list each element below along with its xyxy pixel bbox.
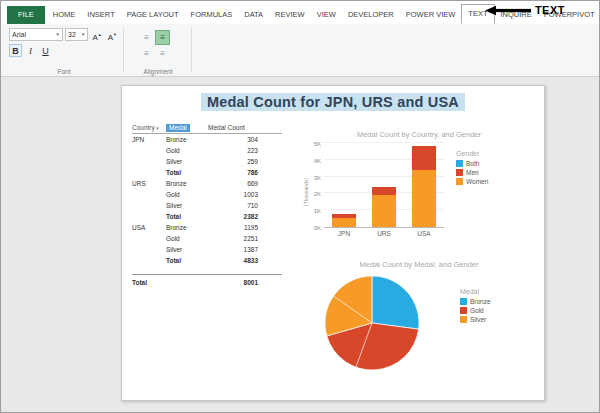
bar-segment-jpn-women[interactable]: [332, 218, 356, 227]
legend-swatch-icon: [456, 178, 463, 185]
align-top-icon[interactable]: ≡: [139, 30, 154, 45]
bar-legend-items: BothMenWomen: [456, 160, 488, 185]
bar-categories: JPNURSUSA: [324, 228, 444, 239]
legend-item-men[interactable]: Men: [456, 169, 488, 176]
italic-button[interactable]: I: [24, 44, 37, 57]
x-category-label: JPN: [338, 230, 350, 237]
worksheet-canvas: Medal Count for JPN, URS and USA Country…: [1, 77, 599, 413]
group-separator: [123, 28, 124, 72]
pie-chart[interactable]: Medal Count by Medal, and Gender Medal B…: [298, 260, 540, 400]
alignment-group-label: Alignment: [127, 68, 189, 75]
annotation-label: TEXT: [535, 4, 565, 16]
grand-total-label: Total: [132, 279, 166, 286]
table-total-row[interactable]: Total2382: [132, 211, 282, 222]
medal-table: Country ▾ Medal Medal Count JPNBronze304…: [132, 124, 282, 288]
bar-legend-title: Gender: [456, 150, 488, 157]
legend-swatch-icon: [456, 160, 463, 167]
font-size-combo[interactable]: 32 ▼: [65, 28, 88, 41]
y-tick-label: 5K: [314, 141, 321, 147]
table-cell: Bronze: [166, 180, 208, 187]
font-group-label: Font: [5, 68, 123, 75]
bar-plot: [324, 144, 444, 228]
tab-view[interactable]: VIEW: [311, 6, 342, 24]
table-row[interactable]: Silver1387: [132, 244, 282, 255]
legend-item-bronze[interactable]: Bronze: [460, 298, 491, 305]
table-row[interactable]: Gold1003: [132, 189, 282, 200]
y-tick-label: 2K: [314, 191, 321, 197]
pie-slice-bronze[interactable]: [372, 276, 419, 329]
table-cell: Silver: [166, 246, 208, 253]
bold-button[interactable]: B: [9, 44, 22, 57]
table-cell: 669: [208, 180, 272, 187]
tab-review[interactable]: REVIEW: [269, 6, 311, 24]
table-cell: 786: [208, 169, 272, 176]
legend-item-gold[interactable]: Gold: [460, 307, 491, 314]
table-row[interactable]: Gold223: [132, 145, 282, 156]
pie-legend-items: BronzeGoldSilver: [460, 298, 491, 323]
table-cell: Gold: [166, 235, 208, 242]
bar-segment-jpn-men[interactable]: [332, 214, 356, 218]
tab-page-layout[interactable]: PAGE LAYOUT: [121, 6, 185, 24]
tab-formulas[interactable]: FORMULAS: [185, 6, 239, 24]
table-row[interactable]: USABronze1195: [132, 222, 282, 233]
table-row[interactable]: URSBronze669: [132, 178, 282, 189]
table-row[interactable]: Gold2251: [132, 233, 282, 244]
table-row[interactable]: Silver710: [132, 200, 282, 211]
table-body: JPNBronze304Gold223Silver259Total786URSB…: [132, 134, 282, 266]
bar-chart-title: Medal Count by Country, and Gender: [298, 130, 540, 139]
y-tick-label: 3K: [314, 175, 321, 181]
left-arrow-icon: [485, 5, 531, 16]
align-bottom-icon[interactable]: ≡: [139, 46, 154, 61]
bar-segment-urs-women[interactable]: [372, 195, 396, 227]
table-cell: 2382: [208, 213, 272, 220]
ribbon: Arial ▼ 32 ▼ A▲ A▼ B I U Font ≡ ≡: [1, 24, 599, 77]
table-total-row[interactable]: Total4833: [132, 255, 282, 266]
table-cell: 259: [208, 158, 272, 165]
table-cell: Gold: [166, 147, 208, 154]
decrease-font-size-button[interactable]: A▼: [106, 28, 119, 41]
tab-developer[interactable]: DEVELOPER: [342, 6, 400, 24]
underline-button[interactable]: U: [39, 44, 52, 57]
legend-item-women[interactable]: Women: [456, 178, 488, 185]
legend-swatch-icon: [460, 307, 467, 314]
table-total-row[interactable]: Total786: [132, 167, 282, 178]
bar-chart[interactable]: Medal Count by Country, and Gender (Thou…: [298, 130, 540, 242]
table-cell: Silver: [166, 158, 208, 165]
column-header-country[interactable]: Country ▾: [132, 124, 166, 131]
table-cell: JPN: [132, 136, 166, 143]
legend-item-both[interactable]: Both: [456, 160, 488, 167]
bar-segment-urs-men[interactable]: [372, 187, 396, 195]
table-row[interactable]: JPNBronze304: [132, 134, 282, 145]
chevron-down-icon: ▼: [56, 32, 60, 37]
tab-home[interactable]: HOME: [47, 6, 82, 24]
legend-item-silver[interactable]: Silver: [460, 316, 491, 323]
report-title-text[interactable]: Medal Count for JPN, URS and USA: [201, 93, 465, 111]
table-cell: Bronze: [166, 136, 208, 143]
bar-segment-usa-women[interactable]: [412, 170, 436, 227]
tab-file[interactable]: FILE: [7, 6, 45, 24]
legend-label: Silver: [470, 316, 486, 323]
pie-legend-title: Medal: [460, 288, 491, 295]
table-row[interactable]: Silver259: [132, 156, 282, 167]
align-left-icon[interactable]: ≡: [155, 46, 170, 61]
column-header-medal-count[interactable]: Medal Count: [208, 124, 272, 131]
power-view-report: Medal Count for JPN, URS and USA Country…: [121, 85, 545, 401]
legend-swatch-icon: [460, 316, 467, 323]
table-cell: USA: [132, 224, 166, 231]
bar-segment-usa-men[interactable]: [412, 146, 436, 170]
table-cell: Gold: [166, 191, 208, 198]
y-tick-label: 0K: [314, 225, 321, 231]
increase-font-size-button[interactable]: A▲: [90, 28, 103, 41]
font-name-combo[interactable]: Arial ▼: [9, 28, 63, 41]
legend-label: Gold: [470, 307, 484, 314]
column-header-medal[interactable]: Medal: [166, 124, 208, 131]
align-middle-icon[interactable]: ≡: [155, 30, 170, 45]
filter-dropdown-icon[interactable]: ▾: [155, 125, 159, 131]
tab-power-view[interactable]: POWER VIEW: [400, 6, 462, 24]
tab-data[interactable]: DATA: [238, 6, 269, 24]
legend-swatch-icon: [456, 169, 463, 176]
pie-svg: [322, 273, 422, 373]
legend-label: Women: [466, 178, 488, 185]
up-arrow-icon: ▲: [98, 32, 102, 37]
tab-insert[interactable]: INSERT: [81, 6, 120, 24]
